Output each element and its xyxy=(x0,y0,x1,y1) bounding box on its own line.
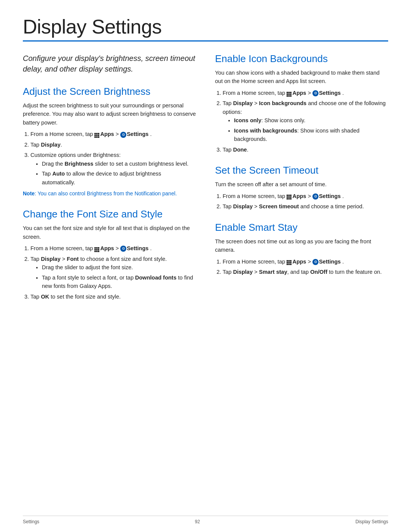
title-rule xyxy=(23,40,388,42)
font-step-1: From a Home screen, tap xyxy=(30,244,196,252)
timeout-step-2: Tap Display > Screen timeout and choose … xyxy=(223,202,388,211)
brightness-intro: Adjust the screen brightness to suit you… xyxy=(23,101,196,127)
svg-rect-4 xyxy=(96,135,98,136)
font-step-3: Tap OK to set the font size and style. xyxy=(30,292,196,301)
icon-bg-steps: From a Home screen, tap xyxy=(223,89,388,154)
right-column: Enable Icon Backgrounds You can show ico… xyxy=(215,53,388,304)
svg-rect-36 xyxy=(287,260,288,262)
settings-gear-icon-4 xyxy=(312,193,319,200)
smart-stay-steps: From a Home screen, tap xyxy=(223,257,388,276)
icon-bg-step-3: Tap Done. xyxy=(223,145,388,154)
font-steps: From a Home screen, tap xyxy=(30,244,196,301)
timeout-steps: From a Home screen, tap xyxy=(223,192,388,211)
apps-label-4: Apps xyxy=(292,193,306,199)
settings-gear-icon-5 xyxy=(312,259,319,265)
icon-bg-intro: You can show icons with a shaded backgro… xyxy=(215,69,388,86)
left-column: Configure your display's brightness, scr… xyxy=(23,53,196,304)
section-title-font: Change the Font Size and Style xyxy=(23,208,196,220)
apps-label-3: Apps xyxy=(292,90,306,96)
display-label-1: Display xyxy=(41,142,61,148)
smart-stay-intro: The screen does not time out as long as … xyxy=(215,237,388,254)
settings-label-5: Settings xyxy=(319,259,341,265)
font-bullets: Drag the slider to adjust the font size.… xyxy=(42,263,196,290)
icon-bg-bullet-2: Icons with backgrounds: Show icons with … xyxy=(234,126,388,144)
svg-rect-21 xyxy=(287,93,288,95)
footer: Settings 92 Display Settings xyxy=(23,516,388,524)
svg-rect-10 xyxy=(96,247,98,249)
svg-rect-20 xyxy=(290,92,292,93)
section-title-brightness: Adjust the Screen Brightness xyxy=(23,86,196,97)
settings-gear-icon-2 xyxy=(120,246,126,252)
footer-left: Settings xyxy=(23,519,39,524)
svg-rect-19 xyxy=(288,92,290,93)
brightness-bullet-1: Drag the Brightness slider to set a cust… xyxy=(42,160,196,168)
icon-bg-bullet-1: Icons only: Show icons only. xyxy=(234,116,388,125)
svg-rect-13 xyxy=(96,249,98,250)
footer-right: Display Settings xyxy=(355,519,388,524)
page-title: Display Settings xyxy=(23,15,388,38)
svg-rect-9 xyxy=(94,247,96,249)
brightness-bullets: Drag the Brightness slider to set a cust… xyxy=(42,160,196,187)
smart-stay-step-1: From a Home screen, tap xyxy=(223,257,388,266)
svg-rect-34 xyxy=(288,198,290,200)
svg-rect-22 xyxy=(288,93,290,95)
svg-rect-17 xyxy=(98,251,100,252)
svg-rect-35 xyxy=(290,198,292,200)
section-title-icon-bg: Enable Icon Backgrounds xyxy=(215,53,388,65)
font-bullet-1: Drag the slider to adjust the font size. xyxy=(42,263,196,272)
apps-grid-icon-3 xyxy=(287,91,292,96)
svg-rect-38 xyxy=(290,260,292,262)
settings-gear-icon-1 xyxy=(120,132,126,138)
svg-rect-1 xyxy=(96,133,98,134)
timeout-step-1: From a Home screen, tap xyxy=(223,192,388,200)
icon-bg-step-1: From a Home screen, tap xyxy=(223,89,388,97)
svg-rect-26 xyxy=(290,95,292,97)
svg-rect-11 xyxy=(98,247,100,249)
svg-rect-8 xyxy=(98,136,100,138)
intro-text: Configure your display's brightness, scr… xyxy=(23,53,196,74)
apps-label-1: Apps xyxy=(100,131,114,137)
svg-rect-30 xyxy=(287,197,288,198)
apps-grid-icon-2 xyxy=(94,246,99,251)
svg-rect-40 xyxy=(288,262,290,264)
apps-label-5: Apps xyxy=(292,259,306,265)
settings-label-3: Settings xyxy=(319,90,341,96)
svg-rect-29 xyxy=(290,195,292,196)
page: Display Settings Configure your display'… xyxy=(0,0,411,327)
font-step-2: Tap Display > Font to choose a font size… xyxy=(30,255,196,291)
svg-rect-24 xyxy=(287,95,288,97)
brightness-note: Note: You can also control Brightness fr… xyxy=(23,190,196,198)
note-label-1: Note xyxy=(23,190,35,197)
footer-page-number: 92 xyxy=(195,519,200,524)
svg-rect-32 xyxy=(290,197,292,198)
svg-rect-37 xyxy=(288,260,290,262)
svg-rect-31 xyxy=(288,197,290,198)
svg-rect-44 xyxy=(290,264,292,265)
settings-gear-icon-3 xyxy=(312,90,319,96)
svg-rect-6 xyxy=(94,136,96,138)
svg-rect-41 xyxy=(290,262,292,264)
svg-rect-23 xyxy=(290,93,292,95)
apps-grid-icon-5 xyxy=(287,259,292,264)
apps-grid-icon xyxy=(94,132,99,137)
apps-grid-icon-4 xyxy=(287,193,292,198)
brightness-bullet-2: Tap Auto to allow the device to adjust b… xyxy=(42,169,196,187)
svg-rect-2 xyxy=(98,133,100,134)
svg-rect-27 xyxy=(287,195,288,196)
svg-rect-33 xyxy=(287,198,288,200)
svg-rect-12 xyxy=(94,249,96,250)
content-grid: Configure your display's brightness, scr… xyxy=(23,53,388,304)
svg-rect-15 xyxy=(94,251,96,252)
apps-label-2: Apps xyxy=(100,245,114,251)
settings-label-4: Settings xyxy=(319,193,341,199)
settings-label-2: Settings xyxy=(127,245,148,251)
section-title-smart-stay: Enable Smart Stay xyxy=(215,222,388,233)
svg-rect-28 xyxy=(288,195,290,196)
svg-rect-42 xyxy=(287,264,288,265)
font-bullet-2: Tap a font style to select a font, or ta… xyxy=(42,273,196,291)
svg-rect-14 xyxy=(98,249,100,250)
svg-rect-25 xyxy=(288,95,290,97)
brightness-steps: From a Home screen, tap xyxy=(30,130,196,187)
svg-rect-7 xyxy=(96,136,98,138)
svg-rect-3 xyxy=(94,135,96,136)
